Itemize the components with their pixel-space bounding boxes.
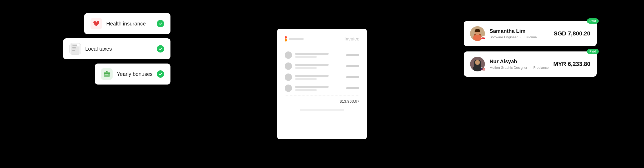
logo-dot-1: [285, 36, 287, 39]
invoice-total: $13,963.67: [285, 99, 359, 103]
paid-badge-nur: Paid: [587, 49, 599, 54]
employee-card-samantha: Paid 🇸🇬 Samantha Lim Softw: [464, 21, 597, 46]
row-lines-1: [295, 53, 343, 58]
samantha-name: Samantha Lim: [490, 28, 549, 34]
invoice-document: Invoice: [277, 29, 367, 139]
invoice-row-1: [285, 51, 359, 59]
scene: Health insurance Local taxes: [0, 0, 644, 168]
benefits-stack: Health insurance Local taxes: [63, 13, 170, 85]
bonus-icon-wrap: [101, 68, 113, 80]
nur-role: Motion Graphic Designer · Freelance: [490, 66, 549, 70]
health-icon-wrap: [90, 18, 102, 29]
invoice-top-divider: [285, 47, 359, 47]
svg-rect-1: [104, 73, 110, 74]
bonus-check-icon: [157, 70, 164, 78]
invoice-header: Invoice: [285, 36, 359, 42]
svg-rect-2: [105, 74, 108, 75]
paid-badge-samantha: Paid: [587, 18, 599, 24]
bonus-icon: [103, 70, 111, 78]
benefit-card-bonus: Yearly bonuses: [95, 64, 170, 85]
invoice-footer-bar: [300, 109, 344, 111]
invoice-row-4: [285, 85, 359, 92]
nur-flag: 🇲🇾: [481, 67, 486, 72]
document-icon: [71, 44, 79, 54]
nur-name: Nur Aisyah: [490, 59, 549, 65]
row-avatar-4: [285, 85, 292, 92]
heart-icon: [93, 20, 100, 27]
samantha-flag: 🇸🇬: [481, 36, 486, 41]
row-lines-3: [295, 75, 343, 80]
nur-info: Nur Aisyah Motion Graphic Designer · Fre…: [490, 59, 549, 70]
invoice-title: Invoice: [344, 36, 359, 42]
row-avatar-2: [285, 62, 292, 70]
row-avatar-1: [285, 51, 292, 59]
health-label: Health insurance: [106, 21, 153, 27]
tax-label: Local taxes: [85, 46, 153, 52]
row-lines-4: [295, 86, 343, 91]
logo-bar: [289, 38, 304, 40]
samantha-amount: SGD 7,800.20: [554, 30, 590, 37]
samantha-avatar-wrap: 🇸🇬: [470, 26, 485, 41]
svg-point-9: [475, 60, 480, 65]
invoice-row-3: [285, 74, 359, 81]
samantha-info: Samantha Lim Software Engineer · Full-ti…: [490, 28, 549, 39]
employee-card-nur: Paid 🇲🇾 Nur Aisyah Motio: [464, 51, 597, 77]
invoice-logo: [285, 36, 304, 41]
tax-icon-wrap: [69, 43, 81, 55]
tax-check-icon: [157, 45, 164, 52]
health-check-icon: [157, 20, 164, 27]
row-lines-2: [295, 64, 343, 69]
logo-dot-2: [285, 39, 287, 41]
nur-amount: MYR 6,233.80: [553, 61, 590, 67]
bonus-label: Yearly bonuses: [117, 71, 153, 77]
employee-cards: Paid 🇸🇬 Samantha Lim Softw: [464, 21, 597, 77]
samantha-role: Software Engineer · Full-time: [490, 35, 549, 39]
row-avatar-3: [285, 74, 292, 81]
invoice-dashed-divider: [285, 96, 359, 96]
invoice-row-2: [285, 62, 359, 70]
nur-avatar-wrap: 🇲🇾: [470, 57, 485, 71]
benefit-card-health: Health insurance: [84, 13, 170, 34]
benefit-card-tax: Local taxes: [63, 38, 170, 59]
